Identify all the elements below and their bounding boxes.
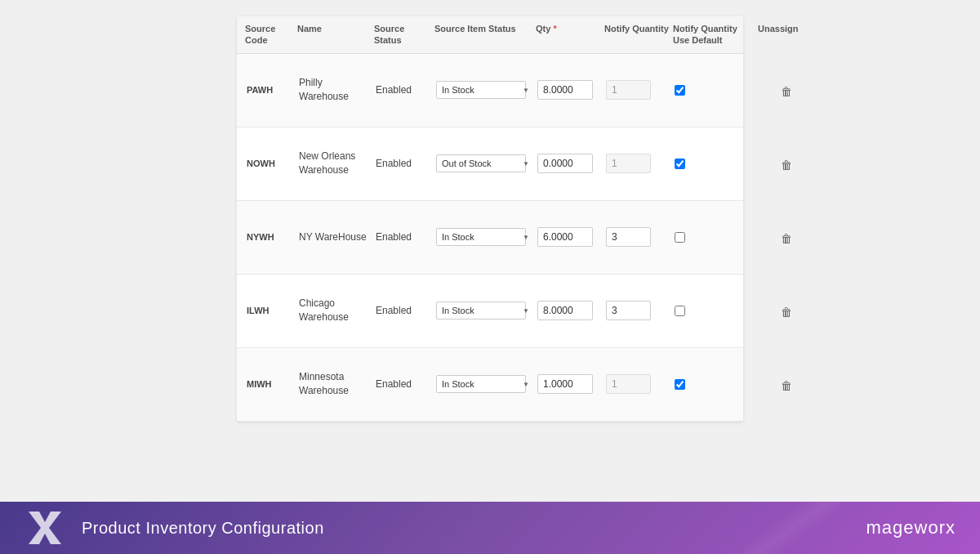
source-status-cell: Enabled	[374, 226, 431, 248]
source-status-cell: Enabled	[374, 79, 431, 101]
col-header-qty: Qty *	[536, 23, 601, 47]
use-default-checkbox[interactable]	[675, 232, 685, 243]
use-default-checkbox[interactable]	[675, 85, 685, 96]
required-star: *	[553, 24, 556, 34]
source-item-status-select[interactable]: In StockOut of Stock	[436, 375, 526, 393]
inventory-table: Source Code Name Source Status Source It…	[237, 16, 743, 422]
use-default-cell[interactable]	[673, 80, 755, 101]
source-name-cell: NY WareHouse	[297, 226, 371, 249]
footer-x-logo-icon	[24, 507, 65, 548]
qty-input[interactable]	[537, 154, 593, 173]
unassign-cell[interactable]: 🗑	[758, 297, 815, 324]
source-item-status-select[interactable]: In StockOut of Stock	[436, 302, 526, 319]
qty-cell[interactable]	[536, 222, 601, 252]
unassign-cell[interactable]: 🗑	[758, 77, 815, 103]
table-row: NYWHNY WareHouseEnabledIn StockOut of St…	[237, 201, 743, 275]
notify-qty-cell	[604, 149, 670, 178]
source-item-status-cell[interactable]: In StockOut of Stock▼	[434, 76, 532, 104]
trash-icon[interactable]: 🗑	[781, 232, 792, 245]
table-row: MIWHMinnesota WarehouseEnabledIn StockOu…	[237, 348, 743, 422]
notify-qty-input[interactable]	[606, 227, 651, 247]
qty-input[interactable]	[537, 227, 593, 247]
source-item-status-cell[interactable]: In StockOut of Stock▼	[434, 370, 532, 398]
notify-qty-input	[606, 374, 651, 394]
source-code-cell: ILWH	[245, 301, 294, 320]
table-body: PAWHPhilly WarehouseEnabledIn StockOut o…	[237, 54, 743, 422]
source-code-cell: NOWH	[245, 154, 294, 173]
use-default-cell[interactable]	[673, 374, 755, 395]
use-default-checkbox[interactable]	[675, 379, 685, 390]
trash-icon[interactable]: 🗑	[781, 379, 792, 392]
col-header-name: Name	[297, 23, 371, 47]
col-header-source-code: Source Code	[245, 23, 294, 47]
unassign-cell[interactable]: 🗑	[758, 371, 815, 397]
trash-icon[interactable]: 🗑	[781, 306, 792, 319]
col-header-unassign: Unassign	[758, 23, 815, 47]
use-default-cell[interactable]	[673, 154, 755, 174]
source-status-cell: Enabled	[374, 153, 431, 174]
qty-cell[interactable]	[536, 75, 601, 105]
notify-qty-cell[interactable]	[604, 222, 670, 252]
footer-brand: mageworx	[866, 517, 956, 538]
source-status-cell: Enabled	[374, 300, 431, 321]
footer-brand-text: mageworx	[866, 517, 956, 538]
main-content: Source Code Name Source Status Source It…	[0, 0, 980, 502]
source-item-status-cell[interactable]: In StockOut of Stock▼	[434, 150, 532, 177]
unassign-cell[interactable]: 🗑	[758, 224, 815, 250]
trash-icon[interactable]: 🗑	[781, 85, 792, 98]
col-header-notify-qty: Notify Quantity	[604, 23, 670, 47]
source-item-status-cell[interactable]: In StockOut of Stock▼	[434, 297, 532, 324]
source-item-status-select[interactable]: In StockOut of Stock	[436, 228, 526, 246]
footer-decoration	[742, 502, 842, 554]
source-status-cell: Enabled	[374, 373, 431, 395]
source-name-cell: New Orleans Warehouse	[297, 145, 371, 182]
source-code-cell: PAWH	[245, 80, 294, 100]
source-name-cell: Minnesota Warehouse	[297, 365, 371, 403]
notify-qty-cell	[604, 75, 670, 105]
footer-bar: Product Inventory Configuration mageworx	[0, 502, 980, 554]
source-name-cell: Chicago Warehouse	[297, 292, 371, 329]
notify-qty-input	[606, 154, 651, 173]
qty-cell[interactable]	[536, 149, 601, 178]
use-default-cell[interactable]	[673, 301, 755, 321]
use-default-checkbox[interactable]	[675, 159, 685, 169]
col-header-source-status: Source Status	[374, 23, 431, 47]
source-code-cell: NYWH	[245, 227, 294, 247]
qty-input[interactable]	[537, 80, 593, 100]
qty-input[interactable]	[537, 301, 593, 320]
source-code-cell: MIWH	[245, 374, 294, 394]
source-name-cell: Philly Warehouse	[297, 71, 371, 109]
use-default-checkbox[interactable]	[675, 306, 685, 316]
source-item-status-cell[interactable]: In StockOut of Stock▼	[434, 223, 532, 251]
table-header: Source Code Name Source Status Source It…	[237, 16, 743, 54]
notify-qty-input[interactable]	[606, 301, 651, 320]
qty-cell[interactable]	[536, 369, 601, 399]
table-row: ILWHChicago WarehouseEnabledIn StockOut …	[237, 275, 743, 348]
trash-icon[interactable]: 🗑	[781, 159, 792, 172]
source-item-status-select[interactable]: In StockOut of Stock	[436, 154, 526, 172]
notify-qty-cell[interactable]	[604, 296, 670, 325]
notify-qty-cell	[604, 369, 670, 399]
unassign-cell[interactable]: 🗑	[758, 150, 815, 176]
qty-cell[interactable]	[536, 296, 601, 325]
col-header-source-item-status: Source Item Status	[434, 23, 532, 47]
col-header-notify-qty-default: Notify Quantity Use Default	[673, 23, 755, 47]
svg-marker-0	[29, 512, 61, 544]
notify-qty-input	[606, 80, 651, 100]
table-row: PAWHPhilly WarehouseEnabledIn StockOut o…	[237, 54, 743, 127]
use-default-cell[interactable]	[673, 227, 755, 248]
qty-input[interactable]	[537, 374, 593, 394]
table-row: NOWHNew Orleans WarehouseEnabledIn Stock…	[237, 127, 743, 201]
source-item-status-select[interactable]: In StockOut of Stock	[436, 81, 526, 99]
